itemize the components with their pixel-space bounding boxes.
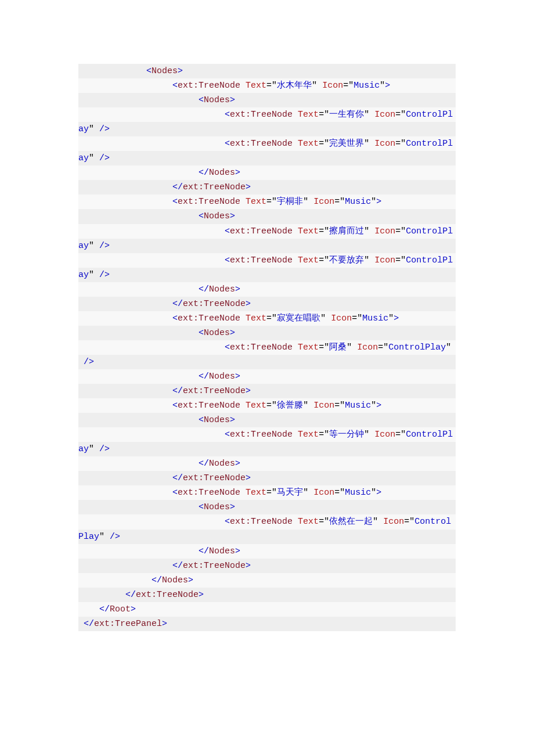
attr-text: Text xyxy=(246,81,266,91)
code-line: </ext:TreePanel> xyxy=(78,617,456,631)
attr-icon: Icon xyxy=(322,81,343,91)
document-page: <Nodes> <ext:TreeNode Text="水木年华" Icon="… xyxy=(0,0,534,747)
song-2: 擦肩而过 xyxy=(329,226,364,236)
code-line: <ext:TreeNode Text="一生有你" Icon="ControlP… xyxy=(78,107,456,122)
code-line: </ext:TreeNode> xyxy=(78,180,456,195)
code-line: </ext:TreeNode> xyxy=(78,297,456,311)
code-line: ay" /> xyxy=(78,122,456,136)
code-line: /> xyxy=(78,355,456,369)
code-line: </Nodes> xyxy=(78,573,456,588)
code-line: </Nodes> xyxy=(78,282,456,297)
code-line: </ext:TreeNode> xyxy=(78,471,456,485)
code-line: <ext:TreeNode Text="寂寞在唱歌" Icon="Music"> xyxy=(78,311,456,326)
tag-root: Root xyxy=(110,604,131,614)
code-line: <ext:TreeNode Text="等一分钟" Icon="ControlP… xyxy=(78,427,456,442)
code-line: <ext:TreeNode Text="完美世界" Icon="ControlP… xyxy=(78,136,456,151)
code-line: ay" /> xyxy=(78,442,456,456)
tag-treepanel: ext:TreePanel xyxy=(94,619,162,629)
code-line: <ext:TreeNode Text="依然在一起" Icon="Control xyxy=(78,514,456,529)
code-line: </Nodes> xyxy=(78,544,456,559)
code-line: <ext:TreeNode Text="宇桐非" Icon="Music"> xyxy=(78,195,456,209)
song-0: 一生有你 xyxy=(329,110,364,120)
code-line: </Nodes> xyxy=(78,165,456,180)
code-line: <Nodes> xyxy=(78,93,456,107)
artist-3: 徐誉滕 xyxy=(277,401,303,411)
tag-treenode: ext:TreeNode xyxy=(178,81,240,91)
code-line: </ext:TreeNode> xyxy=(78,384,456,398)
artist-2: 寂寞在唱歌 xyxy=(277,314,320,323)
code-line: </ext:TreeNode> xyxy=(78,588,456,602)
artist-0: 水木年华 xyxy=(277,81,312,91)
code-line: </ext:TreeNode> xyxy=(78,559,456,573)
code-line: ay" /> xyxy=(78,239,456,253)
code-line: </Root> xyxy=(78,602,456,617)
code-line: Play" /> xyxy=(78,530,456,544)
song-3: 不要放弃 xyxy=(329,255,364,265)
code-line: <ext:TreeNode Text="马天宇" Icon="Music"> xyxy=(78,485,456,500)
song-5: 等一分钟 xyxy=(329,430,364,440)
code-line: </Nodes> xyxy=(78,369,456,384)
code-line: <Nodes> xyxy=(78,64,456,78)
code-line: <ext:TreeNode Text="徐誉滕" Icon="Music"> xyxy=(78,398,456,413)
code-line: </Nodes> xyxy=(78,456,456,471)
artist-4: 马天宇 xyxy=(277,488,303,498)
song-4: 阿桑 xyxy=(329,343,347,352)
code-line: <ext:TreeNode Text="不要放弃" Icon="ControlP… xyxy=(78,253,456,268)
song-6: 依然在一起 xyxy=(329,517,373,527)
code-block: <Nodes> <ext:TreeNode Text="水木年华" Icon="… xyxy=(78,64,456,631)
code-line: <ext:TreeNode Text="水木年华" Icon="Music"> xyxy=(78,78,456,93)
code-line: <Nodes> xyxy=(78,209,456,224)
code-line: <ext:TreeNode Text="阿桑" Icon="ControlPla… xyxy=(78,340,456,355)
song-1: 完美世界 xyxy=(329,139,364,149)
code-line: <Nodes> xyxy=(78,413,456,427)
tag-nodes: Nodes xyxy=(151,66,178,76)
code-line: <ext:TreeNode Text="擦肩而过" Icon="ControlP… xyxy=(78,224,456,239)
code-line: <Nodes> xyxy=(78,326,456,340)
code-line: <Nodes> xyxy=(78,500,456,514)
code-line: ay" /> xyxy=(78,268,456,282)
artist-1: 宇桐非 xyxy=(277,197,303,207)
code-line: ay" /> xyxy=(78,151,456,165)
